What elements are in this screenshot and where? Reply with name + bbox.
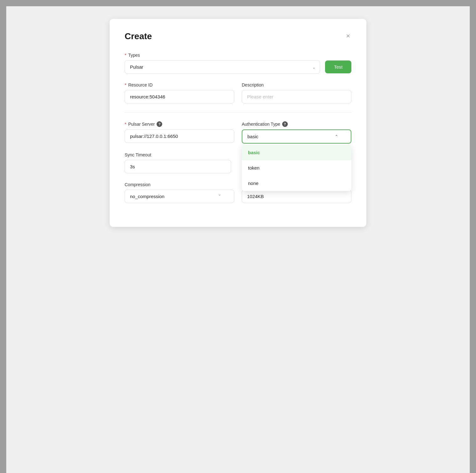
compression-selected-value: no_compression: [130, 194, 164, 199]
description-label: Description: [242, 82, 351, 87]
types-section: * Types Pulsar ⌄ Test: [125, 53, 351, 74]
server-auth-row: * Pulsar Server ? Authentication Type ? …: [125, 121, 351, 144]
test-button[interactable]: Test: [325, 60, 351, 73]
auth-type-label: Authentication Type ?: [242, 121, 351, 127]
pulsar-server-input[interactable]: [125, 129, 234, 143]
description-section: Description: [242, 82, 351, 103]
modal-title: Create: [125, 31, 152, 41]
create-modal: Create × * Types Pulsar ⌄ Test: [110, 19, 366, 227]
types-row: Pulsar ⌄ Test: [125, 60, 351, 74]
auth-type-section: Authentication Type ? basic ⌃ basic toke…: [242, 121, 351, 144]
resource-id-input[interactable]: [125, 90, 234, 103]
pulsar-server-section: * Pulsar Server ?: [125, 121, 234, 144]
resource-id-required-star: *: [125, 82, 126, 87]
description-input[interactable]: [242, 90, 351, 103]
auth-type-chevron-up-icon: ⌃: [335, 134, 338, 139]
auth-type-selected-value: basic: [247, 134, 258, 139]
auth-option-none[interactable]: none: [242, 176, 351, 191]
section-divider: [125, 112, 351, 113]
auth-option-basic[interactable]: basic: [242, 145, 351, 160]
compression-select-wrapper: no_compression ⌄: [125, 190, 234, 203]
resource-id-section: * Resource ID: [125, 82, 234, 103]
types-label: * Types: [125, 53, 351, 58]
compression-label: Compression: [125, 182, 234, 187]
compression-chevron-icon: ⌄: [218, 192, 221, 197]
sync-timeout-input[interactable]: [125, 160, 231, 173]
pulsar-server-help-icon[interactable]: ?: [157, 121, 162, 127]
page-background: Create × * Types Pulsar ⌄ Test: [6, 6, 470, 473]
types-required-star: *: [125, 53, 126, 58]
compression-select[interactable]: no_compression ⌄: [125, 190, 234, 203]
modal-header: Create ×: [125, 31, 351, 41]
max-message-size-input[interactable]: [242, 190, 351, 203]
types-select-wrapper: Pulsar ⌄: [125, 60, 320, 74]
auth-type-help-icon[interactable]: ?: [282, 121, 288, 127]
auth-type-wrapper: basic ⌃ basic token none: [242, 129, 351, 144]
types-select[interactable]: Pulsar: [125, 60, 320, 74]
compression-section: Compression no_compression ⌄: [125, 182, 234, 203]
resource-description-row: * Resource ID Description: [125, 82, 351, 103]
auth-option-token[interactable]: token: [242, 160, 351, 176]
close-button[interactable]: ×: [345, 31, 351, 41]
auth-type-select[interactable]: basic ⌃: [242, 129, 351, 144]
resource-id-label: * Resource ID: [125, 82, 234, 87]
pulsar-server-required-star: *: [125, 122, 126, 127]
auth-type-dropdown: basic token none: [242, 145, 351, 191]
pulsar-server-label: * Pulsar Server ?: [125, 121, 234, 127]
